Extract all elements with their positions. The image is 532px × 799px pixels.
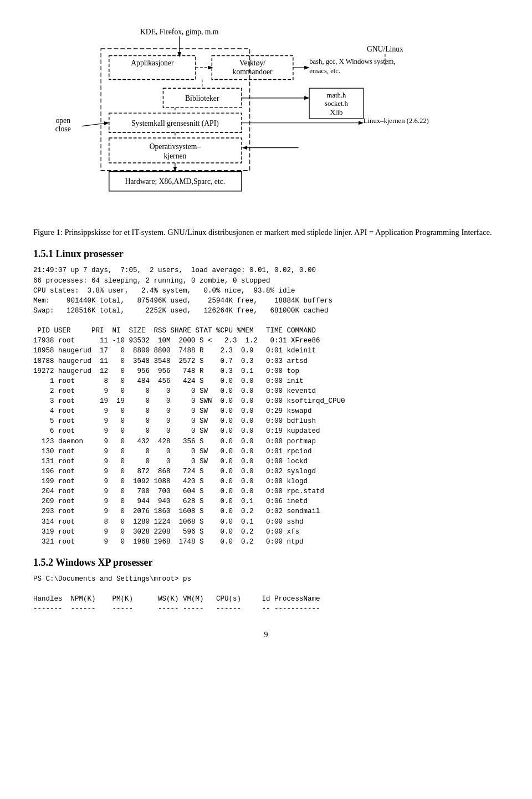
linux-process-row: 199 root 9 0 1092 1088 420 S 0.0 0.0 0:0…: [33, 477, 499, 486]
kde-label: KDE, Firefox, gimp, m.m: [140, 28, 219, 36]
linux-process-row: 3 root 19 19 0 0 0 SWN 0.0 0.0 0:00 ksof…: [33, 396, 499, 406]
figure-caption: Figure 1: Prinsippskisse for et IT-syste…: [33, 226, 499, 238]
windows-header: Handles NPM(K) PM(K) WS(K) VM(M) CPU(s) …: [33, 594, 499, 604]
linux-process-row: 18788 haugerud 11 0 3548 3548 2572 S 0.7…: [33, 356, 499, 366]
linux-process-row: 17938 root 11 -10 93532 10M 2000 S < 2.3…: [33, 336, 499, 346]
section-152-heading: 1.5.2 Windows XP prosesser: [33, 557, 499, 568]
linux-process-row: 321 root 9 0 1968 1968 1748 S 0.0 0.2 0:…: [33, 537, 499, 547]
section-151-heading: 1.5.1 Linux prosesser: [33, 248, 499, 260]
linux-uptime: 21:49:07 up 7 days, 7:05, 2 users, load …: [33, 265, 499, 275]
linux-process-row: 209 root 9 0 944 940 628 S 0.0 0.1 0:06 …: [33, 496, 499, 506]
linux-process-row: 123 daemon 9 0 432 428 356 S 0.0 0.0 0:0…: [33, 437, 499, 447]
linux-table-header: PID USER PRI NI SIZE RSS SHARE STAT %CPU…: [33, 326, 499, 336]
bash-label: bash, gcc, X Windows system,: [309, 58, 395, 65]
linux-process-row: 19272 haugerud 12 0 956 956 748 R 0.3 0.…: [33, 366, 499, 376]
xlib-label: Xlib: [330, 109, 343, 116]
linux-process-row: 204 root 9 0 700 700 604 S 0.0 0.0 0:00 …: [33, 486, 499, 496]
windows-output-block: PS C:\Documents and Settings\mroot> ps H…: [33, 574, 499, 614]
windows-blank1: [33, 584, 499, 594]
systemkall-label: Systemkall grensesnitt (API): [131, 119, 219, 128]
linux-process-row: 196 root 9 0 872 868 724 S 0.0 0.0 0:02 …: [33, 467, 499, 477]
math-label: math.h: [327, 91, 347, 99]
linux-cpu: CPU states: 3.8% user, 2.4% system, 0.0%…: [33, 286, 499, 296]
linux-process-row: 5 root 9 0 0 0 0 SW 0.0 0.0 0:00 bdflush: [33, 416, 499, 426]
linux-process-row: 293 root 9 0 2076 1860 1608 S 0.0 0.2 0:…: [33, 506, 499, 516]
linux-process-row: 319 root 9 0 3028 2208 596 S 0.0 0.2 0:0…: [33, 527, 499, 537]
page-number: 9: [33, 631, 499, 639]
operativsystem-label2: kjernen: [163, 152, 186, 160]
hardware-label: Hardware; X86,AMD,Sparc, etc.: [125, 177, 226, 186]
linux-process-row: 314 root 8 0 1280 1224 1068 S 0.0 0.1 0:…: [33, 517, 499, 527]
verktoy-label1: Verktøy/: [239, 59, 265, 67]
linux-process-row: 1 root 8 0 484 456 424 S 0.0 0.0 0:00 in…: [33, 376, 499, 386]
system-diagram: KDE, Firefox, gimp, m.m GNU/Linux Applik…: [33, 17, 499, 216]
diagram-container: KDE, Firefox, gimp, m.m GNU/Linux Applik…: [33, 17, 499, 216]
linux-process-row: 130 root 9 0 0 0 0 SW 0.0 0.0 0:01 rpcio…: [33, 447, 499, 457]
linuxkjernen-label: Linux–kjernen (2.6.22): [364, 117, 429, 125]
linux-output-block: 21:49:07 up 7 days, 7:05, 2 users, load …: [33, 265, 499, 547]
emacs-label: emacs, etc.: [309, 67, 340, 75]
linux-process-rows: 17938 root 11 -10 93532 10M 2000 S < 2.3…: [33, 336, 499, 547]
linux-process-row: 6 root 9 0 0 0 0 SW 0.0 0.0 0:19 kupdate…: [33, 426, 499, 436]
linux-mem: Mem: 901440K total, 875496K used, 25944K…: [33, 296, 499, 306]
open-label: open: [55, 116, 70, 125]
arrow-open-sys: [82, 123, 108, 126]
linux-process-row: 4 root 9 0 0 0 0 SW 0.0 0.0 0:29 kswapd: [33, 406, 499, 416]
linux-process-row: 2 root 9 0 0 0 0 SW 0.0 0.0 0:00 keventd: [33, 386, 499, 396]
linux-blank1: [33, 316, 499, 326]
applikasjoner-label: Applikasjoner: [131, 59, 174, 67]
close-label: close: [55, 125, 71, 133]
windows-separator: ------- ------ ----- ----- ----- ------ …: [33, 604, 499, 614]
gnulinux-label: GNU/Linux: [367, 45, 403, 53]
linux-processes: 66 processes: 64 sleeping, 2 running, 0 …: [33, 276, 499, 286]
socket-label: socket.h: [325, 100, 349, 107]
linux-process-row: 18958 haugerud 17 0 8800 8800 7488 R 2.3…: [33, 346, 499, 356]
biblioteker-label: Biblioteker: [185, 94, 219, 103]
operativsystem-label1: Operativsystem–: [150, 142, 201, 151]
linux-process-row: 131 root 9 0 0 0 0 SW 0.0 0.0 0:00 lockd: [33, 457, 499, 467]
verktoy-label2: kommandoer: [233, 68, 273, 76]
windows-prompt: PS C:\Documents and Settings\mroot> ps: [33, 574, 499, 584]
linux-swap: Swap: 128516K total, 2252K used, 126264K…: [33, 306, 499, 316]
